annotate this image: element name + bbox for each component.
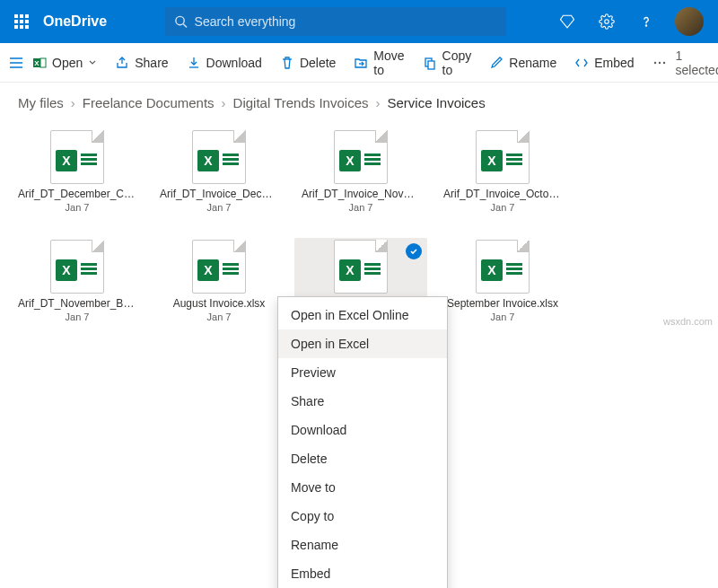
user-avatar[interactable] <box>675 7 704 36</box>
settings-icon[interactable] <box>589 0 625 43</box>
share-icon <box>115 56 129 70</box>
file-tile[interactable]: X September Invoice.xlsx Jan 7 <box>436 238 569 338</box>
file-name: Arif_DT_Invoice_October_2… <box>440 188 565 200</box>
svg-rect-3 <box>14 20 18 23</box>
share-label: Share <box>135 56 168 70</box>
svg-rect-1 <box>20 14 23 18</box>
delete-label: Delete <box>300 56 336 70</box>
context-menu-item[interactable]: Open in Excel Online <box>278 301 447 329</box>
file-date: Jan 7 <box>66 312 90 322</box>
svg-rect-18 <box>40 58 46 67</box>
download-label: Download <box>206 56 262 70</box>
file-tile[interactable]: X Arif_DT_Invoice_November… Jan 7 <box>294 128 427 229</box>
excel-file-icon: X <box>334 130 388 184</box>
brand-title[interactable]: OneDrive <box>43 13 121 30</box>
premium-icon[interactable] <box>549 0 585 43</box>
copyto-button[interactable]: Copy to <box>414 43 481 83</box>
file-tile[interactable]: X Arif_DT_Invoice_October_2… Jan 7 <box>436 128 569 229</box>
delete-icon <box>280 56 294 70</box>
file-tile[interactable]: X Arif_DT_November_Black_F… Jan 7 <box>11 238 144 338</box>
rename-button[interactable]: Rename <box>480 50 565 75</box>
file-date: Jan 7 <box>491 202 515 213</box>
svg-rect-0 <box>14 14 18 18</box>
crumb-1[interactable]: Freelance Documents <box>83 95 215 110</box>
chevron-down-icon <box>88 56 97 70</box>
delete-button[interactable]: Delete <box>271 50 345 75</box>
svg-rect-20 <box>428 61 434 69</box>
copyto-label: Copy to <box>442 48 472 77</box>
search-box[interactable] <box>165 7 506 36</box>
file-name: Arif_DT_November_Black_F… <box>14 297 140 310</box>
watermark: wsxdn.com <box>663 316 713 327</box>
embed-icon <box>574 56 589 70</box>
svg-point-21 <box>653 61 655 63</box>
context-menu-item[interactable]: Move to <box>278 473 447 502</box>
file-tile[interactable]: X August Invoice.xlsx Jan 7 <box>153 238 285 338</box>
chevron-right-icon: › <box>375 95 380 110</box>
search-input[interactable] <box>195 14 497 29</box>
excel-file-icon: X <box>50 240 104 294</box>
file-tile[interactable]: X Arif_DT_December_Cyber_… Jan 7 <box>11 128 144 229</box>
context-menu-item[interactable]: Rename <box>278 531 447 559</box>
excel-file-icon: X <box>192 240 246 294</box>
moveto-button[interactable]: Move to <box>345 43 413 83</box>
excel-file-icon: X <box>50 130 104 184</box>
chevron-right-icon: › <box>222 95 226 110</box>
chevron-right-icon: › <box>71 95 75 110</box>
rename-label: Rename <box>509 56 556 70</box>
file-date: Jan 7 <box>66 202 90 213</box>
suite-header: OneDrive <box>0 0 718 43</box>
crumb-3: Service Invoices <box>387 95 485 110</box>
svg-point-9 <box>175 16 183 24</box>
svg-rect-6 <box>14 25 18 29</box>
excel-file-icon: X <box>334 240 388 294</box>
file-date: Jan 7 <box>349 202 373 213</box>
svg-rect-4 <box>20 20 23 23</box>
crumb-0[interactable]: My files <box>18 95 64 110</box>
help-icon[interactable] <box>628 0 664 43</box>
app-launcher-icon[interactable] <box>0 0 43 43</box>
file-date: Jan 7 <box>491 312 515 322</box>
more-button[interactable] <box>644 50 676 75</box>
context-menu-item[interactable]: Share <box>278 387 447 416</box>
selection-count: 1 selected <box>676 48 718 77</box>
open-label: Open <box>52 56 83 70</box>
moveto-label: Move to <box>373 48 404 77</box>
context-menu-item[interactable]: Embed <box>278 559 447 588</box>
crumb-2[interactable]: Digital Trends Invoices <box>233 95 369 110</box>
selected-check-icon <box>406 243 422 259</box>
hamburger-icon[interactable] <box>9 56 23 70</box>
context-menu-item[interactable]: Open in Excel <box>278 329 447 358</box>
svg-rect-2 <box>25 14 29 18</box>
context-menu: Open in Excel OnlineOpen in ExcelPreview… <box>277 296 448 588</box>
svg-rect-5 <box>25 20 29 23</box>
svg-point-22 <box>658 61 660 63</box>
excel-file-icon: X <box>192 130 246 184</box>
breadcrumb: My files › Freelance Documents › Digital… <box>0 83 718 123</box>
rename-icon <box>489 56 503 70</box>
more-icon <box>652 56 667 70</box>
command-bar: X Open Share Download Delete Move to Cop… <box>0 43 718 83</box>
svg-point-11 <box>605 20 609 24</box>
file-tile[interactable]: X Arif_DT_Invoice_December… Jan 7 <box>153 128 285 229</box>
embed-label: Embed <box>594 56 634 70</box>
share-button[interactable]: Share <box>106 50 177 75</box>
open-button[interactable]: X Open <box>23 50 106 75</box>
context-menu-item[interactable]: Copy to <box>278 502 447 531</box>
excel-file-icon: X <box>476 130 530 184</box>
download-button[interactable]: Download <box>178 50 271 75</box>
file-name: September Invoice.xlsx <box>440 297 565 310</box>
download-icon <box>187 56 201 70</box>
svg-text:X: X <box>34 59 39 67</box>
svg-point-23 <box>662 61 664 63</box>
embed-button[interactable]: Embed <box>565 50 643 75</box>
file-name: August Invoice.xlsx <box>156 297 282 310</box>
svg-line-10 <box>183 24 187 28</box>
context-menu-item[interactable]: Preview <box>278 358 447 387</box>
context-menu-item[interactable]: Download <box>278 416 447 444</box>
file-name: Arif_DT_Invoice_November… <box>298 188 424 200</box>
excel-icon: X <box>32 56 47 70</box>
excel-file-icon: X <box>476 240 530 294</box>
moveto-icon <box>354 56 368 70</box>
context-menu-item[interactable]: Delete <box>278 444 447 473</box>
